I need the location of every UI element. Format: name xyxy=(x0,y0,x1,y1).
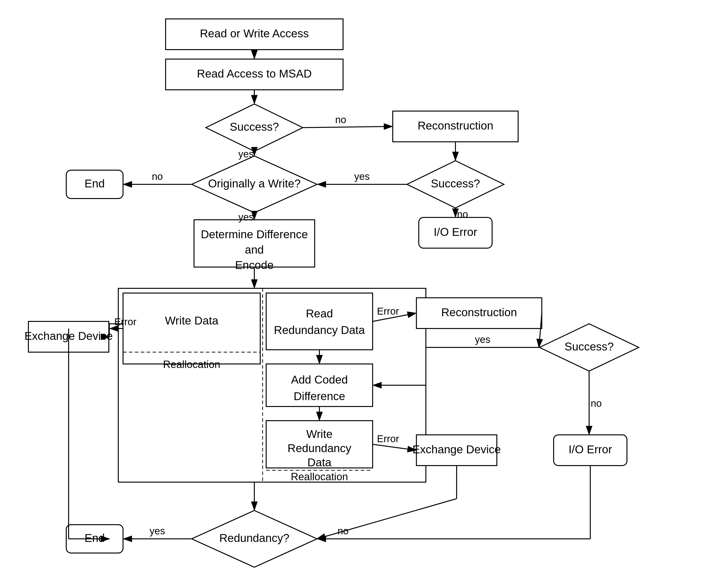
write-data-label1: Write Data xyxy=(165,314,218,327)
read-redundancy-box xyxy=(266,293,373,350)
determine-diff-label1: Determine Difference xyxy=(201,228,308,240)
read-redundancy-label1: Read xyxy=(306,307,333,320)
yes4-label: yes xyxy=(475,334,490,345)
end2-label: End xyxy=(84,532,104,544)
no4-label: no xyxy=(591,398,602,409)
no1-label: no xyxy=(335,114,346,125)
error2-label: Error xyxy=(377,306,399,317)
write-redundancy-label2: Redundancy xyxy=(287,442,351,455)
write-redundancy-label3: Data xyxy=(307,456,332,469)
add-coded-label2: Difference xyxy=(294,390,345,402)
flowchart-container: Read or Write Access Read Access to MSAD… xyxy=(0,0,719,588)
start-label: Read or Write Access xyxy=(200,27,309,40)
no5-label: no xyxy=(338,525,349,537)
redundancy-label: Redundancy? xyxy=(219,532,289,544)
success3-label: Success? xyxy=(564,340,614,353)
end1-label: End xyxy=(84,177,104,190)
success1-label: Success? xyxy=(230,121,279,133)
reconstruction1-label: Reconstruction xyxy=(418,119,493,132)
yes5-label: yes xyxy=(149,525,165,537)
reallocation1-label: Reallocation xyxy=(163,358,220,370)
yes3-label: yes xyxy=(238,211,254,223)
determine-diff-label2: and xyxy=(245,244,264,256)
read-msad-label: Read Access to MSAD xyxy=(197,67,312,80)
io-error2-label: I/O Error xyxy=(568,443,612,456)
error3-label: Error xyxy=(377,433,399,444)
exchange-device2-label: Exchange Device xyxy=(412,443,501,456)
read-redundancy-label2: Redundancy Data xyxy=(274,324,365,336)
no3-label: no xyxy=(152,171,163,182)
yes2-label: yes xyxy=(238,148,254,160)
io-error1-label: I/O Error xyxy=(434,226,477,238)
yes1-label: yes xyxy=(354,171,370,182)
reallocation2-label: Reallocation xyxy=(291,471,348,482)
add-coded-label1: Add Coded xyxy=(291,373,348,386)
write-redundancy-label1: Write xyxy=(306,428,333,440)
no2-label: no xyxy=(457,209,468,220)
write-data-box xyxy=(123,293,260,364)
reconstruction2-label: Reconstruction xyxy=(441,306,517,319)
success2-label: Success? xyxy=(431,177,480,190)
svg-line-7 xyxy=(303,126,392,128)
error1-label: Error xyxy=(114,316,136,327)
originally-write-label: Originally a Write? xyxy=(208,177,300,190)
